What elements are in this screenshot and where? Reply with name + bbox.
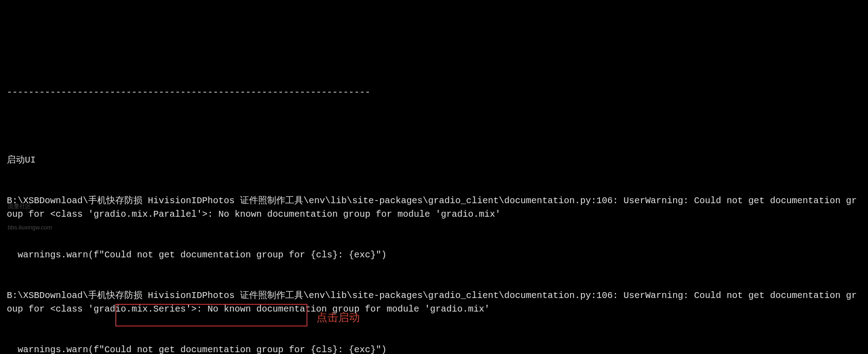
terminal-window: ----------------------------------------… — [7, 59, 861, 354]
terminal-line: warnings.warn(f"Could not get documentat… — [7, 248, 861, 262]
terminal-line: 启动UI — [7, 154, 861, 167]
terminal-line: B:\XSBDownload\手机快存防损 HivisionIDPhotos 证… — [7, 194, 861, 221]
terminal-line: ----------------------------------------… — [7, 86, 861, 99]
terminal-line: B:\XSBDownload\手机快存防损 HivisionIDPhotos 证… — [7, 289, 861, 316]
terminal-line: warnings.warn(f"Could not get documentat… — [7, 343, 861, 354]
watermark-line2: bbs.liuxingw.com — [8, 224, 52, 231]
